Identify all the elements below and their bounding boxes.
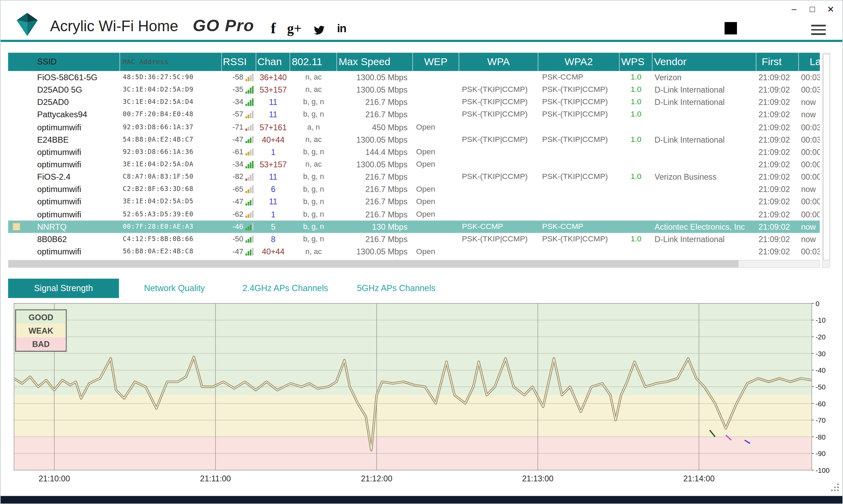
cell-80211: a, n — [290, 121, 337, 133]
cell-last-seen: 00:03 — [799, 83, 820, 96]
minimize-button[interactable]: – — [787, 4, 800, 15]
table-row[interactable]: optimumwifi56:B8:0A:E2:4B:C8-4740+44n, a… — [8, 245, 820, 257]
stop-scan-button[interactable] — [725, 22, 737, 34]
cell-ssid: optimumwifi — [8, 195, 120, 208]
cell-mac: 92:03:D8:66:1A:37 — [120, 121, 222, 133]
table-row[interactable]: FiOS-2.4C8:A7:0A:83:1F:50-8211b, g, n216… — [8, 171, 820, 183]
cell-first-seen: 21:09:02 — [756, 245, 799, 257]
vertical-scrollbar-thumb[interactable] — [823, 54, 830, 260]
cell-vendor — [653, 183, 757, 195]
table-row[interactable]: optimumwifi92:03:D8:66:1A:36-611b, g, n1… — [8, 146, 820, 158]
column-header-mac[interactable]: MAC Address — [120, 53, 222, 71]
cell-ssid: D25AD0 5G — [8, 83, 120, 96]
cell-channel: 11 — [256, 171, 290, 183]
cell-wpa2: PSK-(TKIP|CCMP) — [538, 83, 620, 96]
cell-wpa: PSK-(TKIP|CCMP) — [459, 233, 538, 245]
cell-mac: 48:5D:36:27:5C:90 — [120, 71, 222, 83]
column-header-wep[interactable]: WEP — [413, 53, 459, 71]
signal-bars-icon — [245, 98, 254, 106]
legend-good: GOOD — [16, 310, 66, 324]
legend-weak: WEAK — [16, 324, 66, 337]
cell-wpa2 — [538, 208, 620, 220]
table-row[interactable]: E24BBE54:B8:0A:E2:4B:C7-4740+44n, ac1300… — [8, 133, 820, 146]
cell-wpa — [459, 208, 538, 220]
y-axis-label: -70 — [816, 417, 826, 424]
cell-last-seen: 00:00 — [799, 146, 820, 158]
ssid-label: NNRTQ — [37, 222, 67, 231]
column-header-last[interactable]: Last — [799, 53, 820, 71]
column-header-wpa2[interactable]: WPA2 — [538, 53, 620, 71]
cell-wpa — [459, 146, 538, 158]
close-button[interactable]: ✕ — [824, 4, 837, 15]
x-axis-label: 21:13:00 — [522, 474, 554, 483]
horizontal-scrollbar[interactable] — [8, 260, 820, 268]
column-header-speed[interactable]: Max Speed — [337, 53, 413, 71]
cell-channel: 53+157 — [256, 83, 290, 96]
column-header-first[interactable]: First — [756, 53, 799, 71]
table-row[interactable]: Pattycakes9400:7F:20:B4:E0:48-5711b, g, … — [8, 108, 820, 121]
column-header-rssi[interactable]: RSSI — [222, 53, 256, 71]
tab-2-4ghz-aps-channels[interactable]: 2.4GHz APs Channels — [230, 279, 341, 298]
table-row[interactable]: NNRTQ00:7F:28:E0:AE:A3-465b, g, n130 Mbp… — [8, 220, 820, 233]
cell-first-seen: 21:09:02 — [756, 83, 799, 96]
cell-rssi: -34 — [222, 158, 256, 170]
cell-last-seen: 00:00 — [799, 208, 820, 220]
linkedin-icon[interactable]: in — [337, 21, 346, 37]
edition-badge: GO Pro — [193, 16, 255, 35]
table-row[interactable]: 8B0B62C4:12:F5:8B:0B:66-508b, g, n216.7 … — [8, 233, 820, 245]
title-bar: Acrylic Wi-Fi Home GO Pro fg+in – □ ✕ — [1, 1, 843, 40]
maximize-button[interactable]: □ — [806, 4, 819, 15]
cell-wpa2 — [538, 146, 620, 158]
table-row[interactable]: optimumwifi52:65:A3:D5:39:E0-621b, g, n2… — [8, 208, 820, 220]
twitter-icon[interactable] — [313, 22, 326, 36]
column-header-vendor[interactable]: Vendor — [653, 53, 757, 71]
vertical-scrollbar[interactable] — [822, 53, 830, 268]
rssi-value: -50 — [232, 233, 243, 245]
cell-mac: 3C:1E:04:D2:5A:D4 — [120, 96, 222, 108]
rssi-value: -47 — [232, 245, 243, 257]
tab-5ghz-aps-channels[interactable]: 5GHz APs Channels — [341, 279, 452, 298]
table-row[interactable]: optimumwifi3E:1E:04:D2:5A:D5-4711b, g, n… — [8, 195, 820, 208]
cell-wps — [620, 146, 653, 158]
legend-bad: BAD — [16, 337, 66, 351]
tab-network-quality[interactable]: Network Quality — [119, 279, 230, 298]
cell-80211: n, ac — [290, 245, 337, 257]
channel-value: 11 — [269, 197, 277, 206]
table-row[interactable]: D25AD0 5G3C:1E:04:D2:5A:D9-3553+157n, ac… — [8, 83, 820, 96]
google-plus-icon[interactable]: g+ — [287, 21, 302, 37]
cell-mac: 00:7F:20:B4:E0:48 — [120, 108, 222, 121]
channel-value: 1 — [271, 209, 276, 219]
resize-grip[interactable] — [830, 483, 840, 492]
signal-bars-icon — [245, 160, 254, 168]
signal-bars-icon — [245, 136, 254, 143]
cell-channel: 11 — [256, 195, 290, 208]
table-row[interactable]: D25AD03C:1E:04:D2:5A:D4-3411b, g, n216.7… — [8, 96, 820, 108]
tab-signal-strength[interactable]: Signal Strength — [8, 279, 119, 298]
cell-mac: 92:03:D8:66:1A:36 — [120, 146, 222, 158]
cell-vendor: Actiontec Electronics, Inc — [653, 220, 757, 233]
cell-last-seen: now — [799, 96, 820, 108]
column-header-ssid[interactable]: SSID — [8, 53, 120, 71]
cell-rssi: -62 — [222, 208, 256, 220]
cell-wpa2 — [538, 245, 620, 257]
horizontal-scrollbar-thumb[interactable] — [9, 260, 739, 267]
cell-last-seen: 00:00 — [799, 158, 820, 170]
column-header-chan[interactable]: Chan — [256, 53, 290, 71]
column-header-wps[interactable]: WPS — [620, 53, 653, 71]
table-row[interactable]: optimumwifi92:03:D8:66:1A:37-7157+161a, … — [8, 121, 820, 133]
cell-ssid: optimumwifi — [8, 121, 120, 133]
table-row[interactable]: FiOS-58C61-5G48:5D:36:27:5C:90-5836+140n… — [8, 71, 820, 83]
table-row[interactable]: optimumwifiC2:B2:8F:63:3D:68-656b, g, n2… — [8, 183, 820, 195]
column-header-std[interactable]: 802.11 — [290, 53, 337, 71]
cell-channel: 1 — [256, 208, 290, 220]
hamburger-menu-icon[interactable] — [811, 25, 826, 35]
cell-max-speed: 216.7 Mbps — [337, 96, 413, 108]
column-header-wpa[interactable]: WPA — [459, 53, 538, 71]
y-axis-label: -90 — [816, 450, 826, 457]
facebook-icon[interactable]: f — [271, 21, 276, 37]
channel-value: 8 — [271, 235, 276, 244]
cell-channel: 8 — [256, 233, 290, 245]
table-row[interactable]: optimumwifi3E:1E:04:D2:5A:DA-3453+157n, … — [8, 158, 820, 170]
cell-wpa2: PSK-(TKIP|CCMP) — [538, 108, 620, 121]
cell-vendor — [653, 108, 757, 121]
